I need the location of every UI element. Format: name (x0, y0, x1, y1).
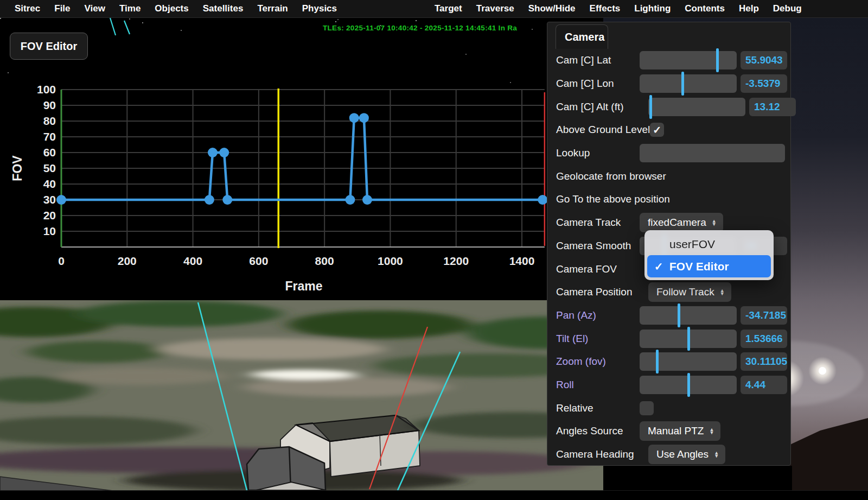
fov-point-9[interactable] (538, 195, 547, 205)
camera-position-select[interactable]: Follow Track▲▼ (648, 282, 731, 302)
roll-value[interactable]: 4.44 (741, 376, 787, 394)
menu-item-effects[interactable]: Effects (583, 0, 628, 18)
svg-text:100: 100 (37, 83, 56, 96)
fov-point-2[interactable] (208, 148, 218, 157)
menu-item-objects[interactable]: Objects (148, 0, 195, 18)
cam-alt-value[interactable]: 13.12 (749, 98, 796, 116)
above-ground-level-checkbox[interactable]: ✓ (650, 123, 664, 137)
cam-lat-slider[interactable] (640, 51, 737, 69)
camera-position-label: Camera Position (556, 286, 648, 298)
tilt-el-slider[interactable] (640, 330, 737, 348)
row-camera-position: Camera PositionFollow Track▲▼ (547, 281, 790, 304)
camera-heading-select-value: Use Angles (656, 448, 709, 460)
dropdown-item-fov-editor[interactable]: ✓FOV Editor (647, 255, 771, 277)
menu-item-view[interactable]: View (78, 0, 112, 18)
camera-track-label: Camera Track (556, 217, 640, 229)
cam-lat-slider-cursor[interactable] (716, 48, 719, 72)
fov-point-1[interactable] (205, 195, 214, 205)
geolocate-label[interactable]: Geolocate from browser (556, 170, 666, 182)
svg-text:200: 200 (118, 255, 137, 267)
cam-lat-label: Cam [C] Lat (556, 54, 640, 66)
zoom-fov-value[interactable]: 30.11105 (741, 352, 787, 371)
tilt-el-slider-cursor[interactable] (687, 327, 690, 351)
cam-lon-value[interactable]: -3.5379 (741, 74, 787, 93)
angles-source-label: Angles Source (556, 425, 640, 437)
fov-point-8[interactable] (362, 195, 372, 205)
fov-point-7[interactable] (359, 113, 369, 123)
menu-item-contents[interactable]: Contents (678, 0, 732, 18)
fov-editor-chart[interactable]: 1020304050607080901000200400600800100012… (0, 18, 547, 300)
terrain-3d-view[interactable] (0, 300, 603, 490)
menu-item-lighting[interactable]: Lighting (627, 0, 678, 18)
updown-arrows-icon: ▲▼ (720, 289, 725, 296)
pan-az-slider[interactable] (640, 306, 737, 325)
row-camera-heading: Camera HeadingUse Angles▲▼ (547, 443, 790, 466)
menu-item-traverse[interactable]: Traverse (469, 0, 521, 18)
menu-item-terrain[interactable]: Terrain (250, 0, 295, 18)
menu-item-target[interactable]: Target (427, 0, 469, 18)
menu-item-show-hide[interactable]: Show/Hide (521, 0, 583, 18)
menu-group-right: TargetTraverseShow/HideEffectsLightingCo… (427, 0, 809, 17)
menu-item-satellites[interactable]: Satellites (196, 0, 251, 18)
lookup-label: Lookup (556, 147, 640, 159)
pan-az-value[interactable]: -34.7185 (741, 306, 787, 325)
goto-position-label[interactable]: Go To the above position (556, 193, 670, 205)
relative-checkbox[interactable] (640, 401, 654, 415)
cam-lon-slider[interactable] (640, 74, 737, 93)
dropdown-item-userfov[interactable]: userFOV (647, 233, 771, 255)
camera-track-select[interactable]: fixedCamera▲▼ (640, 213, 723, 232)
menu-item-file[interactable]: File (47, 0, 77, 18)
menu-item-physics[interactable]: Physics (295, 0, 344, 18)
cam-alt-slider[interactable] (648, 98, 745, 116)
cam-lon-label: Cam [C] Lon (556, 78, 640, 90)
fov-point-0[interactable] (56, 195, 66, 205)
camera-panel-tab[interactable]: Camera (556, 24, 608, 49)
tilt-el-label: Tilt (El) (556, 333, 640, 345)
svg-text:400: 400 (183, 255, 202, 267)
cam-alt-slider-cursor[interactable] (649, 95, 652, 119)
pan-az-slider-cursor[interactable] (678, 303, 680, 327)
checkmark-icon: ✓ (654, 260, 669, 273)
row-tilt-el: Tilt (El)1.53666 (547, 327, 790, 350)
zoom-fov-label: Zoom (fov) (556, 356, 640, 368)
row-lookup: Lookup (547, 142, 790, 165)
svg-text:70: 70 (43, 130, 56, 143)
cam-alt-label: Cam [C] Alt (ft) (556, 101, 648, 113)
tilt-el-value[interactable]: 1.53666 (741, 330, 787, 348)
row-geolocate[interactable]: Geolocate from browser (547, 164, 790, 188)
cam-lat-value[interactable]: 55.9043 (741, 51, 787, 69)
menu-item-sitrec[interactable]: Sitrec (8, 0, 47, 18)
svg-text:20: 20 (43, 209, 56, 221)
fov-point-3[interactable] (219, 148, 229, 157)
zoom-fov-slider[interactable] (640, 352, 737, 371)
fov-point-4[interactable] (222, 195, 232, 205)
row-above-ground-level: Above Ground Level✓ (547, 118, 790, 142)
fov-point-6[interactable] (349, 113, 359, 123)
roll-slider-cursor[interactable] (687, 373, 690, 397)
menu-item-help[interactable]: Help (732, 0, 766, 18)
svg-text:800: 800 (315, 255, 334, 267)
svg-text:1200: 1200 (443, 255, 469, 267)
row-pan-az: Pan (Az)-34.7185 (547, 304, 790, 327)
camera-heading-select[interactable]: Use Angles▲▼ (648, 445, 725, 464)
y-axis-label: FOV (10, 155, 24, 181)
camera-heading-label: Camera Heading (556, 448, 648, 460)
angles-source-select[interactable]: Manual PTZ▲▼ (640, 421, 720, 441)
zoom-fov-slider-cursor[interactable] (656, 350, 659, 374)
menu-item-debug[interactable]: Debug (766, 0, 809, 18)
camera-fov-label: Camera FOV (556, 263, 640, 275)
pan-az-label: Pan (Az) (556, 309, 640, 321)
lookup-input[interactable] (640, 144, 785, 162)
row-cam-lat: Cam [C] Lat55.9043 (547, 49, 790, 72)
cam-lon-slider-cursor[interactable] (681, 72, 684, 96)
bottom-bar (0, 490, 868, 500)
svg-text:1000: 1000 (378, 255, 403, 267)
fov-point-5[interactable] (345, 195, 355, 205)
updown-arrows-icon: ▲▼ (714, 451, 719, 458)
svg-text:10: 10 (43, 225, 56, 237)
menu-item-time[interactable]: Time (112, 0, 148, 18)
svg-text:90: 90 (43, 99, 56, 111)
roll-slider[interactable] (640, 376, 737, 394)
row-goto-position[interactable]: Go To the above position (547, 188, 790, 211)
fov-editor-tab[interactable]: FOV Editor (10, 33, 88, 60)
